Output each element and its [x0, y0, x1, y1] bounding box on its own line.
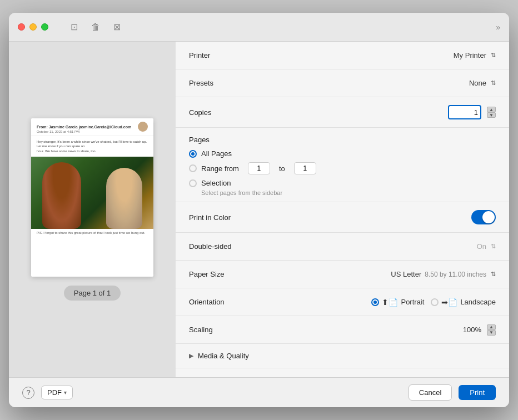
orientation-row: Orientation ⬆📄 Portrait ➡📄 Landscape	[176, 288, 509, 316]
pdf-button[interactable]: PDF ▾	[41, 386, 73, 399]
scaling-increment[interactable]: ▲	[487, 324, 496, 330]
preview-body: Hey stranger, It's been a while since we…	[31, 136, 153, 157]
all-pages-row[interactable]: All Pages	[189, 149, 496, 158]
toggle-knob	[482, 211, 495, 223]
landscape-option[interactable]: ➡📄 Landscape	[431, 298, 496, 307]
presets-value: None	[469, 79, 486, 87]
copies-input[interactable]	[448, 105, 481, 119]
landscape-radio[interactable]	[431, 298, 439, 306]
range-from-input[interactable]	[248, 162, 270, 174]
help-button[interactable]: ?	[22, 387, 34, 399]
paper-size-value-group: US Letter 8.50 by 11.00 inches ⇅	[391, 270, 496, 278]
range-to-input[interactable]	[294, 162, 316, 174]
all-pages-label: All Pages	[201, 149, 232, 158]
presets-value-group: None ⇅	[469, 79, 496, 87]
selection-label: Selection	[201, 179, 231, 187]
portrait-icon: ⬆📄	[382, 298, 398, 307]
printer-value: My Printer	[454, 51, 486, 59]
scaling-stepper[interactable]: ▲ ▼	[487, 324, 496, 336]
print-color-value	[471, 210, 496, 224]
preview-avatar	[138, 122, 148, 132]
presets-row: Presets None ⇅	[176, 69, 509, 97]
maximize-button[interactable]	[41, 23, 48, 31]
portrait-option[interactable]: ⬆📄 Portrait	[371, 298, 424, 307]
print-color-row: Print in Color	[176, 202, 509, 233]
scaling-decrement[interactable]: ▼	[487, 330, 496, 336]
landscape-icon: ➡📄	[441, 298, 457, 307]
double-sided-stepper-icon[interactable]: ⇅	[491, 243, 496, 250]
orientation-label: Orientation	[189, 298, 256, 306]
titlebar-toolbar: ⊡ 🗑 ⊠	[71, 22, 121, 32]
preview-meta: October 11, 2023 at 4:51 PM	[37, 130, 148, 133]
print-button[interactable]: Print	[459, 385, 496, 400]
landscape-label: Landscape	[460, 298, 496, 306]
preview-panel: From: Jasmine Garcia jasmine.Garcia@iClo…	[9, 42, 176, 377]
presets-label: Presets	[189, 79, 256, 87]
portrait-radio[interactable]	[371, 298, 379, 306]
copies-decrement[interactable]: ▼	[487, 112, 496, 118]
orientation-value-group: ⬆📄 Portrait ➡📄 Landscape	[371, 298, 496, 307]
media-quality-label: Media & Quality	[198, 352, 249, 360]
printer-label: Printer	[189, 51, 256, 59]
traffic-lights	[18, 23, 48, 31]
expand-icon[interactable]: »	[496, 23, 500, 32]
pages-section: Pages All Pages Range from to	[176, 128, 509, 202]
printer-row: Printer My Printer ⇅	[176, 42, 509, 69]
print-color-toggle[interactable]	[471, 210, 496, 224]
paper-size-label: Paper Size	[189, 270, 256, 278]
preview-from: From: Jasmine Garcia jasmine.Garcia@iClo…	[37, 125, 148, 129]
printer-value-group: My Printer ⇅	[454, 51, 496, 59]
printer-stepper-icon[interactable]: ⇅	[491, 52, 496, 59]
copies-increment[interactable]: ▲	[487, 107, 496, 112]
paper-size-value: US Letter	[391, 270, 421, 278]
copies-stepper[interactable]: ▲ ▼	[487, 107, 496, 118]
preview-person-1	[42, 162, 81, 229]
pdf-chevron-icon: ▾	[64, 389, 67, 396]
copies-value-group: ▲ ▼	[448, 105, 496, 119]
double-sided-label: Double-sided	[189, 242, 256, 251]
minimize-button[interactable]	[29, 23, 37, 31]
pages-label: Pages	[189, 136, 496, 144]
double-sided-value: On	[477, 242, 486, 251]
range-to-label: to	[279, 164, 285, 173]
close-button[interactable]	[18, 23, 25, 31]
scaling-label: Scaling	[189, 326, 256, 334]
double-sided-row: Double-sided On ⇅	[176, 233, 509, 261]
range-from-label: Range from	[201, 164, 239, 173]
scaling-value-group: 100% ▲ ▼	[463, 324, 496, 336]
settings-panel: Printer My Printer ⇅ Presets None ⇅ Copi…	[176, 42, 509, 377]
main-content: From: Jasmine Garcia jasmine.Garcia@iClo…	[9, 42, 509, 377]
range-radio[interactable]	[189, 164, 197, 172]
selection-row[interactable]: Selection	[189, 179, 496, 187]
paper-size-dims: 8.50 by 11.00 inches	[425, 271, 486, 278]
cancel-button[interactable]: Cancel	[409, 384, 452, 401]
print-dialog-window: ⊡ 🗑 ⊠ » From: Jasmine Garcia jasmine.Gar…	[9, 13, 509, 407]
copies-row: Copies ▲ ▼	[176, 97, 509, 128]
selection-radio[interactable]	[189, 179, 197, 187]
preview-person-2	[106, 168, 142, 229]
titlebar: ⊡ 🗑 ⊠ »	[9, 13, 509, 42]
inbox-icon[interactable]: ⊡	[71, 22, 78, 32]
trash-icon[interactable]: 🗑	[91, 22, 100, 32]
double-sided-value-group: On ⇅	[477, 242, 496, 251]
portrait-label: Portrait	[401, 298, 424, 306]
preview-email-header: From: Jasmine Garcia jasmine.Garcia@iClo…	[31, 121, 153, 136]
paper-size-row: Paper Size US Letter 8.50 by 11.00 inche…	[176, 261, 509, 288]
pdf-label: PDF	[47, 388, 62, 397]
close-x-icon[interactable]: ⊠	[113, 22, 121, 32]
range-row[interactable]: Range from to	[189, 162, 496, 174]
disclosure-arrow-icon: ▶	[189, 352, 193, 359]
presets-stepper-icon[interactable]: ⇅	[491, 79, 496, 87]
preview-caption: P.S. I forgot to share this great pictur…	[31, 229, 153, 237]
paper-size-stepper-icon[interactable]: ⇅	[491, 271, 496, 278]
all-pages-radio[interactable]	[189, 150, 197, 158]
media-quality-row[interactable]: ▶ Media & Quality	[176, 344, 509, 368]
page-label: Page 1 of 1	[64, 286, 121, 301]
copies-label: Copies	[189, 108, 256, 117]
selection-hint: Select pages from the sidebar	[201, 189, 496, 196]
print-color-label: Print in Color	[189, 213, 256, 222]
scaling-value: 100%	[463, 326, 481, 334]
bottom-bar: ? PDF ▾ Cancel Print	[9, 377, 509, 407]
scaling-row: Scaling 100% ▲ ▼	[176, 316, 509, 344]
preview-image	[31, 157, 153, 229]
